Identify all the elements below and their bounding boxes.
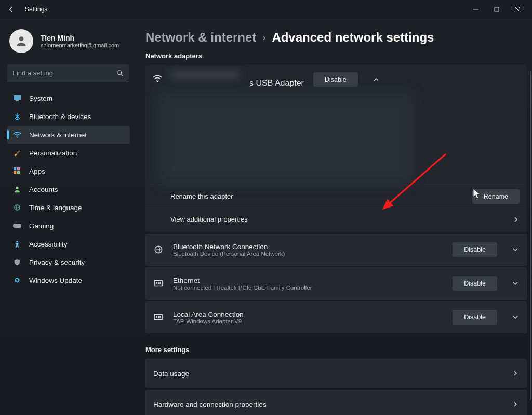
section-more-label: More settings — [145, 346, 527, 354]
hardware-properties-row[interactable]: Hardware and connection properties — [145, 390, 527, 415]
nav-label: Network & internet — [29, 131, 87, 139]
chevron-right-icon: › — [262, 32, 265, 43]
chevron-up-icon[interactable] — [373, 76, 380, 83]
adapter-subtitle: Bluetooth Device (Personal Area Network) — [173, 251, 443, 257]
svg-rect-21 — [156, 282, 157, 284]
adapter-name-redacted — [171, 71, 239, 79]
close-button[interactable] — [507, 1, 528, 18]
adapter-subtitle: s USB Adapter — [171, 79, 304, 88]
svg-rect-11 — [17, 167, 20, 170]
svg-rect-10 — [14, 167, 16, 170]
section-adapters-label: Network adapters — [145, 52, 527, 60]
profile-email: solomenmarketing@gmail.com — [41, 42, 119, 48]
row-label: Data usage — [153, 370, 497, 378]
nav-label: Windows Update — [29, 277, 82, 284]
globe-icon — [12, 204, 22, 211]
gaming-icon — [12, 223, 22, 229]
search-box[interactable] — [7, 64, 129, 82]
adapter-bluetooth: Bluetooth Network Connection Bluetooth D… — [145, 234, 527, 266]
data-usage-row[interactable]: Data usage — [145, 359, 527, 388]
chevron-down-icon[interactable] — [512, 246, 519, 253]
chevron-right-icon — [512, 400, 519, 408]
avatar — [9, 29, 33, 53]
disable-button[interactable]: Disable — [453, 310, 497, 325]
update-icon — [12, 277, 22, 284]
title-bar: Settings — [0, 0, 532, 19]
bluetooth-icon — [12, 113, 22, 120]
adapter-subtitle: TAP-Windows Adapter V9 — [173, 318, 443, 325]
nav-accessibility[interactable]: Accessibility — [7, 235, 130, 253]
adapter-title: Local Area Connection — [173, 310, 443, 318]
wifi-icon — [12, 131, 22, 139]
adapter-local-area: Local Area Connection TAP-Windows Adapte… — [145, 301, 527, 333]
display-icon — [12, 94, 22, 102]
svg-rect-27 — [159, 316, 161, 318]
nav-privacy[interactable]: Privacy & security — [7, 253, 130, 271]
minimize-button[interactable] — [466, 1, 486, 18]
nav-label: Accessibility — [29, 240, 68, 248]
nav-label: System — [29, 95, 52, 102]
nav: System Bluetooth & devices Network & int… — [7, 89, 130, 289]
nav-accounts[interactable]: Accounts — [7, 180, 130, 198]
svg-point-5 — [117, 70, 122, 74]
svg-rect-13 — [17, 171, 20, 174]
svg-point-14 — [16, 187, 18, 189]
view-additional-label: View additional properties — [153, 215, 248, 223]
scrollbar[interactable] — [530, 71, 531, 400]
nav-gaming[interactable]: Gaming — [7, 217, 130, 235]
svg-rect-16 — [13, 224, 21, 228]
search-input[interactable] — [12, 69, 116, 77]
rename-button[interactable]: Rename — [472, 189, 520, 204]
brush-icon — [12, 149, 22, 157]
view-additional-row[interactable]: View additional properties — [145, 208, 527, 230]
chevron-right-icon — [512, 370, 519, 377]
nav-label: Gaming — [29, 222, 54, 230]
person-icon — [12, 186, 22, 193]
page-title: Advanced network settings — [272, 30, 434, 45]
disable-button[interactable]: Disable — [313, 72, 358, 87]
breadcrumb-parent[interactable]: Network & internet — [145, 30, 256, 45]
back-button[interactable] — [7, 5, 16, 14]
svg-point-4 — [19, 36, 24, 41]
nav-system[interactable]: System — [7, 89, 130, 107]
adapter-title: Bluetooth Network Connection — [173, 243, 443, 251]
nav-label: Privacy & security — [29, 258, 85, 266]
maximize-button[interactable] — [486, 1, 507, 18]
profile[interactable]: Tien Minh solomenmarketing@gmail.com — [7, 26, 130, 61]
main-content: Network & internet › Advanced network se… — [134, 19, 532, 415]
svg-point-17 — [16, 241, 18, 243]
ethernet-icon — [153, 312, 164, 322]
nav-update[interactable]: Windows Update — [7, 271, 130, 289]
sidebar: Tien Minh solomenmarketing@gmail.com Sys… — [0, 19, 134, 415]
svg-rect-23 — [159, 282, 161, 284]
shield-icon — [12, 258, 22, 266]
apps-icon — [12, 167, 22, 175]
nav-bluetooth[interactable]: Bluetooth & devices — [7, 108, 130, 125]
nav-time-language[interactable]: Time & language — [7, 199, 130, 216]
bluetooth-network-icon — [153, 244, 164, 255]
chevron-down-icon[interactable] — [512, 314, 519, 321]
svg-rect-7 — [14, 95, 21, 100]
nav-personalization[interactable]: Personalization — [7, 144, 130, 162]
nav-network[interactable]: Network & internet — [7, 126, 130, 144]
window-title: Settings — [25, 6, 47, 13]
adapter-wifi-expanded: s USB Adapter Disable Rename this adapte… — [145, 65, 527, 232]
svg-rect-22 — [158, 282, 159, 284]
svg-point-9 — [17, 137, 18, 138]
profile-name: Tien Minh — [41, 34, 119, 42]
nav-apps[interactable]: Apps — [7, 162, 130, 180]
chevron-right-icon — [512, 216, 520, 223]
disable-button[interactable]: Disable — [453, 276, 497, 291]
rename-adapter-row: Rename this adapter Rename — [145, 185, 527, 208]
svg-rect-8 — [16, 100, 19, 101]
chevron-down-icon[interactable] — [512, 280, 519, 287]
disable-button[interactable]: Disable — [453, 242, 497, 257]
svg-rect-1 — [495, 7, 499, 11]
adapter-subtitle: Not connected | Realtek PCIe GbE Family … — [173, 284, 443, 291]
nav-label: Personalization — [29, 149, 77, 157]
rename-label: Rename this adapter — [153, 192, 233, 200]
nav-label: Bluetooth & devices — [29, 113, 91, 121]
search-icon — [116, 70, 124, 77]
adapter-details-redacted — [160, 94, 411, 183]
svg-rect-12 — [14, 171, 16, 174]
